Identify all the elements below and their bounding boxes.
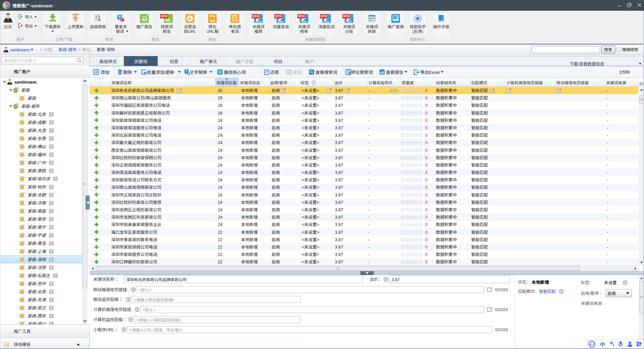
- svg-text:?: ?: [560, 290, 562, 293]
- svg-text:?: ?: [128, 298, 130, 301]
- svg-text:?: ?: [133, 288, 135, 292]
- svg-text:?: ?: [313, 81, 314, 84]
- svg-text:?: ?: [123, 328, 125, 332]
- svg-text:?: ?: [130, 318, 132, 321]
- svg-text:iFLY: iFLY: [590, 343, 594, 346]
- svg-text:?: ?: [385, 277, 387, 281]
- svg-text:?: ?: [624, 281, 626, 285]
- svg-text:?: ?: [136, 308, 138, 311]
